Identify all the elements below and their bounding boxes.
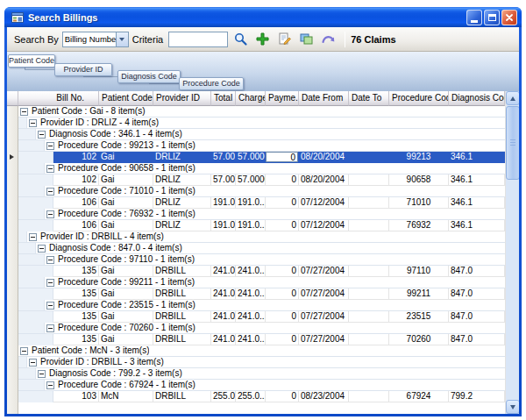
cell-provider-id[interactable]: DRBILL (153, 311, 211, 323)
cell-total[interactable]: 57.00... (211, 152, 236, 163)
chevron-down-icon[interactable] (116, 32, 128, 46)
table-row[interactable]: 102GaiDRLIZ57.00...57.0000008/20/2004906… (18, 174, 505, 186)
cell-diagnosis-code[interactable]: 346.1 (449, 152, 505, 163)
group-row[interactable]: Procedure Code : 76932 - 1 item(s) (18, 209, 505, 220)
minimize-button[interactable] (466, 10, 482, 25)
group-row[interactable]: Diagnosis Code : 847.0 - 4 item(s) (18, 243, 505, 254)
group-row[interactable]: Diagnosis Code : 346.1 - 4 item(s) (18, 129, 505, 140)
cell-payme[interactable]: 0 (266, 220, 299, 231)
cell-charges[interactable]: 241.0... (236, 311, 266, 323)
cell-procedure-code[interactable]: 99211 (389, 288, 449, 300)
cell-patient-code[interactable]: McN (99, 391, 153, 402)
cell-provider-id[interactable]: DRBILL (153, 334, 211, 345)
cell-total[interactable]: 241.0... (211, 266, 236, 277)
cell-diagnosis-code[interactable]: 847.0 (449, 311, 505, 323)
cell-charges[interactable]: 57.0000 (236, 152, 266, 163)
collapse-icon[interactable] (46, 256, 54, 264)
collapse-icon[interactable] (46, 165, 54, 173)
column-header-procedure-code[interactable]: Procedure Code (389, 91, 449, 106)
cell-charges[interactable]: 191.0... (236, 220, 266, 231)
cell-total[interactable]: 191.0... (211, 220, 236, 231)
cell-patient-code[interactable]: Gai (99, 334, 153, 345)
group-by-diagnosis-code[interactable]: Diagnosis Code (117, 70, 181, 83)
cell-procedure-code[interactable]: 99213 (389, 152, 449, 163)
group-row[interactable]: Diagnosis Code : 799.2 - 3 item(s) (18, 368, 505, 380)
collapse-icon[interactable] (29, 119, 37, 127)
column-header-date-to[interactable]: Date To (349, 91, 389, 106)
cell-charges[interactable]: 241.0... (236, 288, 266, 300)
group-by-panel[interactable]: Patient CodeProvider IDDiagnosis CodePro… (7, 52, 519, 91)
search-by-dropdown[interactable]: Billing Number (62, 32, 129, 47)
collapse-icon[interactable] (38, 131, 46, 139)
cell-bill-no[interactable]: 135 (53, 334, 99, 345)
cell-bill-no[interactable]: 102 (53, 152, 99, 163)
cell-charges[interactable]: 241.0... (236, 334, 266, 345)
group-row[interactable]: Provider ID : DRLIZ - 4 item(s) (18, 117, 505, 129)
cell-diagnosis-code[interactable]: 847.0 (449, 288, 505, 300)
group-row[interactable]: Procedure Code : 67924 - 1 item(s) (18, 380, 505, 391)
collapse-icon[interactable] (46, 188, 54, 196)
cell-total[interactable]: 57.00... (211, 174, 236, 186)
preview-button[interactable] (296, 30, 316, 49)
cell-patient-code[interactable]: Gai (99, 220, 153, 231)
cell-provider-id[interactable]: DRBILL (153, 288, 211, 300)
cell-provider-id[interactable]: DRBILL (153, 391, 211, 402)
table-row[interactable]: 103McNDRBILL255.0...255.0...008/23/20046… (18, 391, 505, 402)
cell-provider-id[interactable]: DRBILL (153, 266, 211, 277)
cell-payme[interactable]: 0 (266, 311, 299, 323)
table-row[interactable]: 135GaiDRBILL241.0...241.0...007/27/20047… (18, 334, 505, 345)
cell-patient-code[interactable]: Gai (99, 266, 153, 277)
group-row[interactable]: Procedure Code : 90658 - 1 item(s) (18, 163, 505, 174)
close-button[interactable] (501, 10, 517, 25)
vertical-scrollbar[interactable] (505, 91, 519, 414)
cell-provider-id[interactable]: DRLIZ (153, 174, 211, 186)
cell-date-to[interactable] (349, 311, 389, 323)
cell-date-to[interactable] (349, 174, 389, 186)
collapse-icon[interactable] (46, 324, 54, 332)
group-by-patient-code[interactable]: Patient Code (8, 54, 55, 68)
cell-payme[interactable]: 0 (266, 391, 299, 402)
collapse-icon[interactable] (38, 245, 46, 253)
cell-date-from[interactable]: 07/12/2004 (299, 220, 349, 231)
table-row[interactable]: 135GaiDRBILL241.0...241.0...007/27/20049… (18, 288, 505, 300)
cell-total[interactable]: 255.0... (211, 391, 236, 402)
cell-date-from[interactable]: 07/27/2004 (299, 288, 349, 300)
cell-total[interactable]: 191.0... (211, 197, 236, 209)
cell-patient-code[interactable]: Gai (99, 174, 153, 186)
collapse-icon[interactable] (29, 233, 37, 241)
cell-date-from[interactable]: 07/12/2004 (299, 197, 349, 209)
cell-payme[interactable]: 0 (266, 152, 299, 163)
column-header-patient-code[interactable]: Patient Code (99, 91, 153, 106)
cell-patient-code[interactable]: Gai (99, 311, 153, 323)
cell-provider-id[interactable]: DRLIZ (153, 197, 211, 209)
cell-charges[interactable]: 255.0... (236, 391, 266, 402)
group-row[interactable]: Provider ID : DRBILL - 3 item(s) (18, 357, 505, 368)
cell-procedure-code[interactable]: 76932 (389, 220, 449, 231)
cell-date-to[interactable] (349, 391, 389, 402)
table-row[interactable]: 102GaiDRLIZ57.00...57.0000008/20/2004992… (18, 152, 505, 163)
cell-procedure-code[interactable]: 67924 (389, 391, 449, 402)
cell-date-from[interactable]: 08/20/2004 (299, 152, 349, 163)
cell-date-from[interactable]: 08/23/2004 (299, 391, 349, 402)
collapse-icon[interactable] (29, 359, 37, 367)
cell-diagnosis-code[interactable]: 346.1 (449, 197, 505, 209)
group-row[interactable]: Provider ID : DRBILL - 4 item(s) (18, 231, 505, 243)
cell-date-to[interactable] (349, 334, 389, 345)
cell-total[interactable]: 241.0... (211, 311, 236, 323)
cell-provider-id[interactable]: DRLIZ (153, 152, 211, 163)
cell-bill-no[interactable]: 135 (53, 311, 99, 323)
cell-patient-code[interactable]: Gai (99, 197, 153, 209)
table-row[interactable]: 135GaiDRBILL241.0...241.0...007/27/20042… (18, 311, 505, 323)
group-by-provider-id[interactable]: Provider ID (54, 63, 112, 76)
table-row[interactable]: 106GaiDRLIZ191.0...191.0...007/12/200471… (18, 197, 505, 209)
cell-provider-id[interactable]: DRLIZ (153, 220, 211, 231)
collapse-icon[interactable] (20, 347, 28, 355)
cell-bill-no[interactable]: 106 (53, 197, 99, 209)
cell-payme[interactable]: 0 (266, 334, 299, 345)
group-row[interactable]: Procedure Code : 99213 - 1 item(s) (18, 140, 505, 152)
cell-payme[interactable]: 0 (266, 197, 299, 209)
title-bar[interactable]: Search Billings (4, 7, 522, 27)
scroll-down-button[interactable] (506, 400, 519, 414)
group-row[interactable]: Procedure Code : 97110 - 1 item(s) (18, 254, 505, 266)
row-selector-gutter[interactable] (7, 106, 18, 414)
